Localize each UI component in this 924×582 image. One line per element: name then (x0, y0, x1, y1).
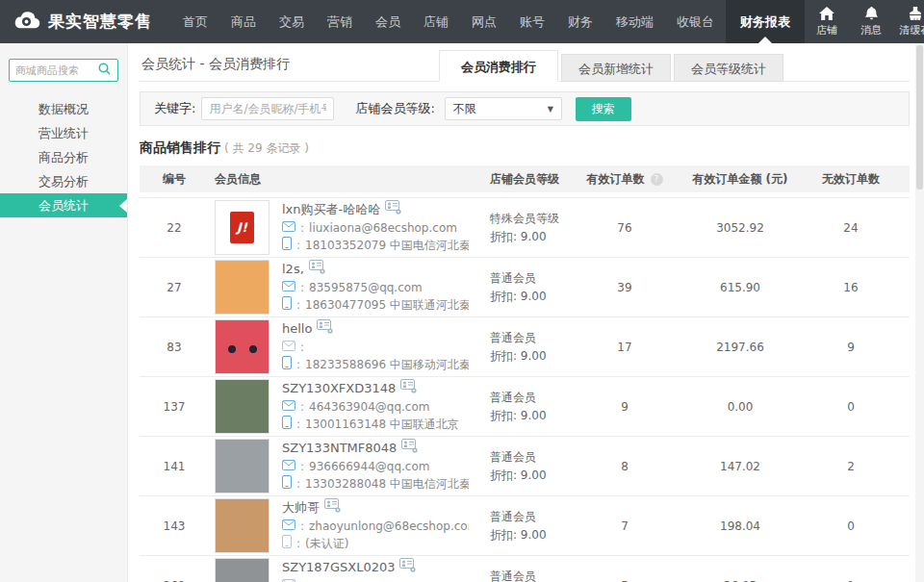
sidebar-search-box (9, 59, 118, 82)
sidebar-item-data-overview[interactable]: 数据概况 (0, 97, 127, 121)
valid-orders: 76 (577, 221, 673, 235)
member-email: 936666944@qq.com (309, 459, 429, 475)
invalid-orders: 9 (808, 341, 894, 354)
member-phone: (未认证) (305, 536, 348, 552)
valid-amount: 0.00 (673, 400, 808, 414)
member-avatar (215, 260, 270, 315)
messages-tool-label: 消息 (860, 23, 882, 38)
sidebar-search-input[interactable] (15, 64, 94, 77)
shop-tool[interactable]: 店铺 (805, 0, 849, 43)
member-name: SZY133NTMF8048 (282, 440, 397, 456)
tab-consume-rank[interactable]: 会员消费排行 (439, 50, 558, 82)
member-grade: 普通会员 (490, 568, 577, 582)
phone-icon (282, 416, 292, 434)
invalid-orders: 1 (808, 579, 894, 582)
id-card-icon[interactable] (317, 319, 334, 338)
member-discount: 折扣: 9.00 (490, 228, 577, 246)
nav-item-trade[interactable]: 交易 (268, 0, 316, 43)
clear-cache-tool[interactable]: 清缓存 (893, 0, 924, 43)
nav-item-finance-report[interactable]: 财务报表 (726, 0, 805, 43)
table-title: 商品销售排行( 共 29 条记录 ) (140, 139, 910, 157)
tab-new-members[interactable]: 会员新增统计 (561, 54, 671, 82)
header-invalid-orders: 无效订单数 (808, 171, 894, 188)
table-row: 269 SZY187GSXL0203 : : 普通会员折扣: 9.00 5 36… (140, 556, 910, 582)
table-row: 143 大帅哥 :zhaoyunlong@68ecshop.com :(未认证)… (140, 496, 910, 556)
grade-select[interactable]: 不限 ▼ (445, 97, 562, 120)
member-discount: 折扣: 9.00 (490, 526, 577, 544)
nav-item-member[interactable]: 会员 (364, 0, 412, 43)
member-id: 269 (140, 579, 209, 582)
mail-icon (282, 399, 295, 416)
member-id: 141 (140, 460, 209, 473)
valid-amount: 3052.92 (673, 221, 808, 235)
phone-icon (282, 475, 292, 493)
invalid-orders: 16 (808, 281, 894, 294)
scrollbar-thumb[interactable] (916, 45, 923, 190)
valid-amount: 615.90 (673, 281, 808, 294)
id-card-icon[interactable] (399, 558, 417, 576)
nav-item-shop[interactable]: 店铺 (412, 0, 460, 43)
member-phone: 18233588696 中国移动河北秦皇岛 (305, 357, 469, 373)
bell-icon (864, 7, 879, 20)
chevron-down-icon: ▼ (548, 105, 553, 114)
search-icon[interactable] (98, 63, 111, 78)
member-discount: 折扣: 9.00 (490, 407, 577, 425)
sidebar-item-trade-analysis[interactable]: 交易分析 (0, 169, 127, 193)
nav-item-account[interactable]: 账号 (508, 0, 556, 43)
member-avatar (215, 498, 270, 553)
breadcrumb: 会员统计 - 会员消费排行 (141, 56, 290, 73)
mail-icon (282, 459, 295, 475)
id-card-icon[interactable] (385, 200, 402, 218)
member-name: SZY130XFXD3148 (282, 380, 396, 396)
page-scrollbar[interactable] (915, 43, 924, 582)
grade-filter-label: 店铺会员等级: (355, 100, 434, 117)
nav-item-cashier[interactable]: 收银台 (665, 0, 726, 43)
member-grade: 普通会员 (490, 389, 577, 407)
nav-item-mobile[interactable]: 移动端 (604, 0, 665, 43)
id-card-icon[interactable] (401, 439, 419, 457)
brand-logo[interactable]: 果实智慧零售 (0, 0, 171, 43)
top-nav-tools: 店铺 消息 清缓存 (805, 0, 924, 43)
keyword-label: 关键字: (154, 100, 195, 117)
help-icon[interactable]: ? (651, 173, 663, 186)
record-count: ( 共 29 条记录 ) (224, 141, 309, 155)
nav-item-home[interactable]: 首页 (171, 0, 219, 43)
invalid-orders: 0 (808, 400, 894, 414)
shop-tool-label: 店铺 (816, 23, 837, 38)
member-avatar (215, 319, 270, 374)
id-card-icon[interactable] (324, 498, 342, 517)
member-avatar: J! (215, 200, 270, 255)
nav-item-marketing[interactable]: 营销 (316, 0, 364, 43)
sidebar-item-business-stats[interactable]: 营业统计 (0, 121, 127, 145)
member-grade: 普通会员 (490, 269, 577, 288)
id-card-icon[interactable] (309, 260, 326, 278)
header-member: 会员信息 (209, 171, 469, 188)
member-id: 27 (140, 281, 209, 294)
nav-item-site[interactable]: 网点 (460, 0, 508, 43)
member-phone: 18103352079 中国电信河北秦皇岛 (305, 238, 469, 254)
mail-icon (282, 578, 295, 582)
valid-orders: 9 (577, 400, 673, 414)
tab-member-grade[interactable]: 会员等级统计 (674, 54, 783, 82)
sidebar-item-goods-analysis[interactable]: 商品分析 (0, 145, 127, 169)
member-discount: 折扣: 9.00 (490, 347, 577, 366)
phone-icon (282, 237, 292, 255)
member-avatar (215, 439, 270, 493)
member-name: lxn购买者-哈哈哈 (282, 201, 380, 217)
valid-orders: 17 (577, 341, 673, 354)
table-title-text: 商品销售排行 (140, 139, 220, 155)
phone-icon (282, 356, 292, 374)
member-email: liuxiaona@68ecshop.com (309, 220, 457, 237)
sidebar-item-member-stats[interactable]: 会员统计 (0, 193, 127, 217)
id-card-icon[interactable] (400, 379, 418, 397)
valid-amount: 2197.66 (673, 341, 808, 354)
valid-amount: 147.02 (673, 460, 808, 473)
messages-tool[interactable]: 消息 (849, 0, 893, 43)
keyword-input[interactable] (201, 97, 334, 120)
header-valid-orders: 有效订单数? (577, 171, 673, 188)
nav-item-finance[interactable]: 财务 (556, 0, 604, 43)
nav-item-goods[interactable]: 商品 (219, 0, 268, 43)
member-email: 83595875@qq.com (309, 280, 423, 296)
search-button[interactable]: 搜索 (576, 97, 631, 121)
valid-amount: 36.05 (673, 579, 808, 582)
